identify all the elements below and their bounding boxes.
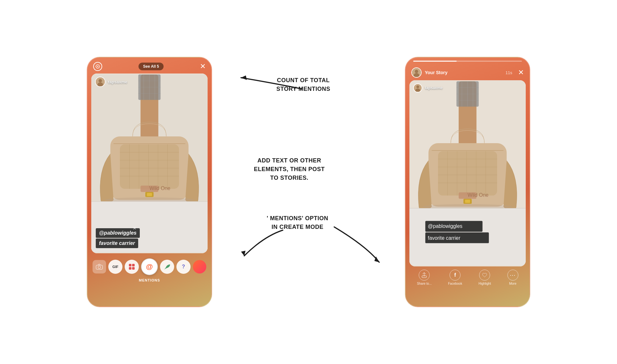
svg-point-46: [416, 85, 419, 88]
progress-area: [406, 57, 530, 62]
svg-rect-29: [147, 193, 152, 196]
svg-text:Wild One: Wild One: [149, 186, 170, 191]
leaf-button[interactable]: [160, 260, 174, 274]
more-label: More: [509, 282, 516, 285]
svg-text:Wild One: Wild One: [468, 192, 488, 198]
highlight-icon: [479, 270, 490, 281]
svg-point-43: [415, 70, 418, 73]
question-button[interactable]: ?: [176, 260, 191, 274]
more-item[interactable]: ··· More: [507, 270, 518, 285]
story-progress-fill: [413, 61, 457, 62]
annotations-area: COUNT OF TOTAL STORY MENTIONS ADD TEXT O…: [212, 57, 405, 307]
story-time: 11s: [505, 70, 512, 75]
svg-point-2: [97, 82, 103, 87]
svg-point-34: [98, 266, 101, 269]
mention-text-2: favorite carrier: [96, 238, 138, 248]
gear-icon[interactable]: [93, 62, 102, 71]
share-bar: Share to... f Facebook Highlight ···: [406, 266, 530, 290]
bottom-toolbar-left: GIF @: [87, 255, 211, 278]
story-user-bar-right: tapsaxme: [413, 83, 443, 92]
share-to-label: Share to...: [417, 282, 432, 285]
right-phone-header: Your Story 11s ✕: [406, 63, 530, 80]
share-to-item[interactable]: Share to...: [417, 270, 432, 285]
overlay-x: ✕: [133, 226, 137, 231]
camera-btn[interactable]: [93, 260, 106, 273]
facebook-item[interactable]: f Facebook: [448, 270, 462, 285]
svg-marker-41: [374, 256, 379, 262]
story-overlay-left: ✕ @pablowiggles favorite carrier: [96, 228, 203, 249]
right-phone: Your Story 11s ✕ tapsaxme: [405, 57, 530, 307]
annotation-count: COUNT OF TOTAL STORY MENTIONS: [276, 76, 330, 93]
highlight-item[interactable]: Highlight: [478, 270, 491, 285]
left-phone: See All 5 ✕ tapsaxme: [87, 57, 212, 307]
story-card-left: tapsaxme: [91, 74, 208, 253]
avatar-right-2: [413, 83, 422, 92]
svg-rect-35: [129, 264, 131, 266]
close-button-left[interactable]: ✕: [200, 62, 206, 71]
left-phone-header: See All 5 ✕: [87, 57, 211, 74]
story-progress: [413, 61, 522, 62]
svg-point-1: [99, 79, 102, 82]
highlight-label: Highlight: [478, 282, 491, 285]
svg-marker-39: [241, 75, 247, 80]
close-button-right[interactable]: ✕: [518, 68, 524, 77]
username-right: tapsaxme: [425, 86, 443, 90]
facebook-icon: f: [450, 270, 461, 281]
record-button[interactable]: [193, 260, 206, 273]
see-all-button[interactable]: See All 5: [139, 63, 164, 70]
svg-marker-40: [241, 251, 246, 256]
avatar-right: [411, 67, 422, 78]
annotation-mentions: ' MENTIONS' OPTION IN CREATE MODE: [267, 214, 328, 231]
username-left: tapsaxme: [108, 80, 127, 84]
story-user-bar-left: tapsaxme: [95, 77, 127, 87]
your-story-label: Your Story: [425, 70, 502, 75]
gif-button[interactable]: GIF: [108, 260, 122, 274]
facebook-label: Facebook: [448, 282, 462, 285]
bag-image-right: Wild One @pablowiggles favorite carrier: [409, 80, 526, 266]
mention-button[interactable]: @: [141, 258, 158, 275]
svg-rect-33: [96, 265, 103, 269]
story-card-right: tapsaxme: [409, 80, 526, 266]
mentions-label: MENTIONS: [87, 278, 211, 283]
toolbar-area: GIF @: [87, 253, 211, 284]
layout-button[interactable]: [125, 260, 139, 274]
svg-rect-15: [120, 144, 179, 189]
share-to-icon: [419, 270, 430, 281]
svg-text:favorite carrier: favorite carrier: [428, 235, 460, 241]
svg-rect-36: [132, 264, 135, 266]
avatar-left: [95, 77, 105, 87]
svg-point-47: [415, 89, 420, 92]
annotation-elements: ADD TEXT OR OTHER ELEMENTS, THEN POST TO…: [254, 156, 325, 182]
svg-text:@pablowiggles: @pablowiggles: [428, 223, 462, 229]
svg-rect-37: [129, 267, 131, 270]
svg-rect-38: [132, 267, 135, 270]
svg-rect-73: [465, 200, 470, 203]
svg-point-44: [414, 73, 419, 78]
bag-image-left: Wild One: [91, 74, 208, 253]
svg-rect-59: [438, 151, 497, 195]
more-icon: ···: [507, 270, 518, 281]
